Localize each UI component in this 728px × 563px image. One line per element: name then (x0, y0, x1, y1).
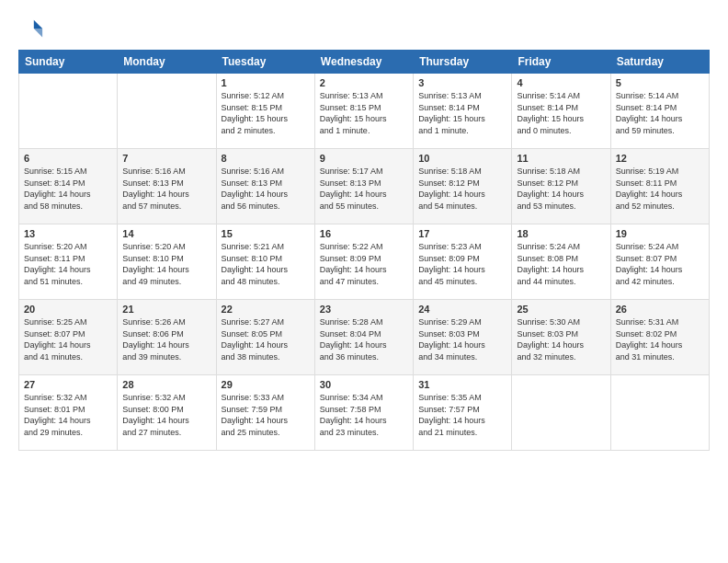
page: SundayMondayTuesdayWednesdayThursdayFrid… (0, 0, 728, 563)
day-number: 12 (616, 153, 704, 164)
day-info: Sunrise: 5:26 AM Sunset: 8:06 PM Dayligh… (122, 316, 210, 362)
calendar-cell: 24Sunrise: 5:29 AM Sunset: 8:03 PM Dayli… (414, 300, 512, 375)
calendar-cell: 15Sunrise: 5:21 AM Sunset: 8:10 PM Dayli… (216, 224, 314, 300)
day-number: 15 (222, 228, 310, 239)
calendar-cell (610, 375, 709, 451)
day-number: 8 (222, 153, 310, 164)
calendar-cell: 19Sunrise: 5:24 AM Sunset: 8:07 PM Dayli… (610, 224, 709, 300)
calendar-week-row: 13Sunrise: 5:20 AM Sunset: 8:11 PM Dayli… (19, 224, 710, 300)
day-number: 4 (517, 77, 605, 88)
day-number: 22 (222, 304, 310, 315)
day-number: 13 (24, 228, 112, 239)
day-info: Sunrise: 5:19 AM Sunset: 8:11 PM Dayligh… (616, 166, 704, 212)
calendar-cell: 6Sunrise: 5:15 AM Sunset: 8:14 PM Daylig… (19, 149, 118, 224)
day-info: Sunrise: 5:32 AM Sunset: 8:00 PM Dayligh… (122, 392, 210, 438)
day-info: Sunrise: 5:23 AM Sunset: 8:09 PM Dayligh… (418, 241, 506, 287)
day-info: Sunrise: 5:30 AM Sunset: 8:03 PM Dayligh… (517, 316, 605, 362)
calendar-cell: 31Sunrise: 5:35 AM Sunset: 7:57 PM Dayli… (414, 375, 512, 451)
day-number: 25 (517, 304, 605, 315)
day-number: 14 (122, 228, 210, 239)
calendar-cell: 12Sunrise: 5:19 AM Sunset: 8:11 PM Dayli… (610, 149, 709, 224)
day-info: Sunrise: 5:14 AM Sunset: 8:14 PM Dayligh… (616, 90, 704, 136)
calendar-cell: 4Sunrise: 5:14 AM Sunset: 8:14 PM Daylig… (512, 74, 610, 149)
weekday-header: Monday (118, 51, 216, 74)
calendar-week-row: 6Sunrise: 5:15 AM Sunset: 8:14 PM Daylig… (19, 149, 710, 224)
day-info: Sunrise: 5:31 AM Sunset: 8:02 PM Dayligh… (616, 316, 704, 362)
day-info: Sunrise: 5:15 AM Sunset: 8:14 PM Dayligh… (24, 166, 112, 212)
calendar-cell: 20Sunrise: 5:25 AM Sunset: 8:07 PM Dayli… (19, 300, 118, 375)
day-info: Sunrise: 5:18 AM Sunset: 8:12 PM Dayligh… (418, 166, 506, 212)
day-number: 27 (24, 379, 112, 390)
day-number: 16 (320, 228, 408, 239)
day-number: 9 (320, 153, 408, 164)
day-info: Sunrise: 5:34 AM Sunset: 7:58 PM Dayligh… (320, 392, 408, 438)
day-info: Sunrise: 5:27 AM Sunset: 8:05 PM Dayligh… (222, 316, 310, 362)
calendar-cell: 27Sunrise: 5:32 AM Sunset: 8:01 PM Dayli… (19, 375, 118, 451)
calendar-cell: 28Sunrise: 5:32 AM Sunset: 8:00 PM Dayli… (118, 375, 216, 451)
day-number: 6 (24, 153, 112, 164)
day-number: 26 (616, 304, 704, 315)
logo (18, 17, 48, 42)
header (18, 17, 710, 42)
calendar-cell: 14Sunrise: 5:20 AM Sunset: 8:10 PM Dayli… (118, 224, 216, 300)
day-info: Sunrise: 5:35 AM Sunset: 7:57 PM Dayligh… (418, 392, 506, 438)
day-info: Sunrise: 5:14 AM Sunset: 8:14 PM Dayligh… (517, 90, 605, 136)
calendar-cell (19, 74, 118, 149)
weekday-header: Friday (512, 51, 610, 74)
calendar-cell: 7Sunrise: 5:16 AM Sunset: 8:13 PM Daylig… (118, 149, 216, 224)
weekday-header: Thursday (414, 51, 512, 74)
calendar-cell: 23Sunrise: 5:28 AM Sunset: 8:04 PM Dayli… (314, 300, 413, 375)
day-number: 21 (122, 304, 210, 315)
day-info: Sunrise: 5:21 AM Sunset: 8:10 PM Dayligh… (222, 241, 310, 287)
day-number: 17 (418, 228, 506, 239)
calendar-cell: 21Sunrise: 5:26 AM Sunset: 8:06 PM Dayli… (118, 300, 216, 375)
day-info: Sunrise: 5:20 AM Sunset: 8:10 PM Dayligh… (122, 241, 210, 287)
calendar-cell: 25Sunrise: 5:30 AM Sunset: 8:03 PM Dayli… (512, 300, 610, 375)
calendar-week-row: 20Sunrise: 5:25 AM Sunset: 8:07 PM Dayli… (19, 300, 710, 375)
calendar-cell: 22Sunrise: 5:27 AM Sunset: 8:05 PM Dayli… (216, 300, 314, 375)
day-number: 11 (517, 153, 605, 164)
day-number: 31 (418, 379, 506, 390)
calendar: SundayMondayTuesdayWednesdayThursdayFrid… (18, 50, 710, 451)
weekday-header: Saturday (610, 51, 709, 74)
weekday-header-row: SundayMondayTuesdayWednesdayThursdayFrid… (19, 51, 710, 74)
calendar-cell: 18Sunrise: 5:24 AM Sunset: 8:08 PM Dayli… (512, 224, 610, 300)
day-number: 20 (24, 304, 112, 315)
logo-icon (18, 17, 44, 42)
calendar-cell: 3Sunrise: 5:13 AM Sunset: 8:14 PM Daylig… (414, 74, 512, 149)
day-number: 24 (418, 304, 506, 315)
calendar-cell: 8Sunrise: 5:16 AM Sunset: 8:13 PM Daylig… (216, 149, 314, 224)
day-number: 30 (320, 379, 408, 390)
day-info: Sunrise: 5:20 AM Sunset: 8:11 PM Dayligh… (24, 241, 112, 287)
day-info: Sunrise: 5:16 AM Sunset: 8:13 PM Dayligh… (122, 166, 210, 212)
calendar-cell: 9Sunrise: 5:17 AM Sunset: 8:13 PM Daylig… (314, 149, 413, 224)
day-number: 10 (418, 153, 506, 164)
calendar-cell: 16Sunrise: 5:22 AM Sunset: 8:09 PM Dayli… (314, 224, 413, 300)
weekday-header: Sunday (19, 51, 118, 74)
calendar-cell (118, 74, 216, 149)
calendar-cell: 11Sunrise: 5:18 AM Sunset: 8:12 PM Dayli… (512, 149, 610, 224)
calendar-cell: 17Sunrise: 5:23 AM Sunset: 8:09 PM Dayli… (414, 224, 512, 300)
day-number: 2 (320, 77, 408, 88)
day-info: Sunrise: 5:16 AM Sunset: 8:13 PM Dayligh… (222, 166, 310, 212)
day-info: Sunrise: 5:25 AM Sunset: 8:07 PM Dayligh… (24, 316, 112, 362)
day-number: 23 (320, 304, 408, 315)
calendar-cell (512, 375, 610, 451)
calendar-cell: 1Sunrise: 5:12 AM Sunset: 8:15 PM Daylig… (216, 74, 314, 149)
day-info: Sunrise: 5:32 AM Sunset: 8:01 PM Dayligh… (24, 392, 112, 438)
day-info: Sunrise: 5:12 AM Sunset: 8:15 PM Dayligh… (222, 90, 310, 136)
day-info: Sunrise: 5:28 AM Sunset: 8:04 PM Dayligh… (320, 316, 408, 362)
day-info: Sunrise: 5:33 AM Sunset: 7:59 PM Dayligh… (222, 392, 310, 438)
day-number: 3 (418, 77, 506, 88)
day-info: Sunrise: 5:22 AM Sunset: 8:09 PM Dayligh… (320, 241, 408, 287)
day-number: 7 (122, 153, 210, 164)
calendar-cell: 29Sunrise: 5:33 AM Sunset: 7:59 PM Dayli… (216, 375, 314, 451)
calendar-cell: 5Sunrise: 5:14 AM Sunset: 8:14 PM Daylig… (610, 74, 709, 149)
day-number: 19 (616, 228, 704, 239)
weekday-header: Wednesday (314, 51, 413, 74)
day-info: Sunrise: 5:13 AM Sunset: 8:15 PM Dayligh… (320, 90, 408, 136)
svg-marker-0 (34, 20, 42, 29)
calendar-cell: 2Sunrise: 5:13 AM Sunset: 8:15 PM Daylig… (314, 74, 413, 149)
calendar-cell: 10Sunrise: 5:18 AM Sunset: 8:12 PM Dayli… (414, 149, 512, 224)
day-number: 18 (517, 228, 605, 239)
